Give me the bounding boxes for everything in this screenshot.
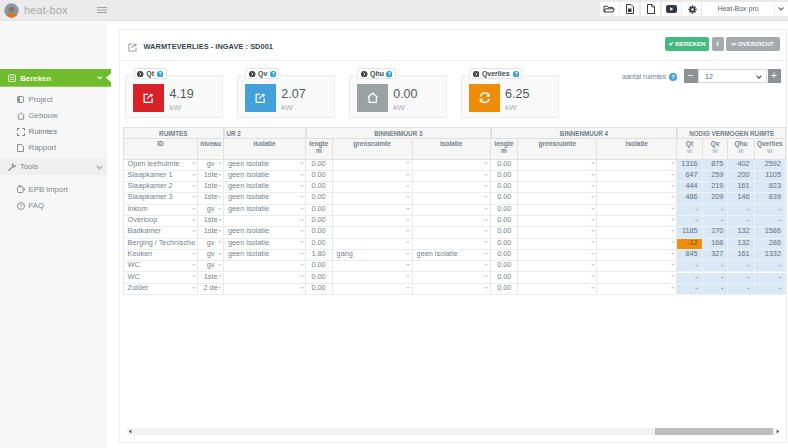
svg-text:?: ? xyxy=(271,71,274,76)
svg-text:?: ? xyxy=(671,74,675,80)
svg-text:?: ? xyxy=(514,71,517,76)
svg-text:?: ? xyxy=(19,202,22,208)
svg-text:?: ? xyxy=(159,71,162,76)
svg-text:?: ? xyxy=(388,71,391,76)
